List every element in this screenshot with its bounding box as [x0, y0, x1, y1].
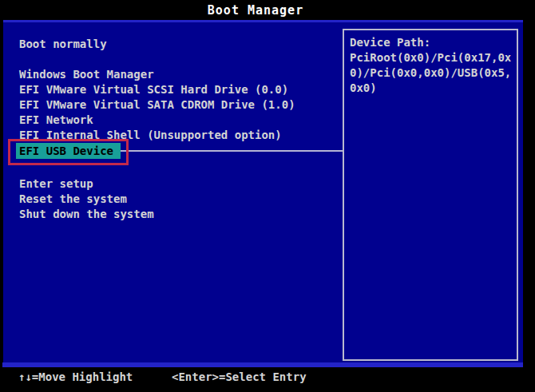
panel-top-edge: [3, 20, 523, 22]
device-path-panel: Device Path: PciRoot(0x0)/Pci(0x17,0x 0)…: [343, 29, 518, 361]
menu-item-efi-sata-cdrom-drive[interactable]: EFI VMware Virtual SATA CDROM Drive (1.0…: [19, 97, 295, 113]
menu-item-shutdown-system[interactable]: Shut down the system: [19, 207, 154, 222]
device-path-heading: Device Path:: [350, 35, 517, 50]
selected-row-line: [121, 150, 343, 152]
page-title: Boot Manager: [0, 3, 511, 19]
boot-manager-screen: Boot Manager Boot normally Windows Boot …: [0, 0, 535, 392]
device-path-line: 0)/Pci(0x0,0x0)/USB(0x5,: [350, 65, 517, 81]
menu-item-efi-network[interactable]: EFI Network: [19, 113, 93, 128]
device-path-line: PciRoot(0x0)/Pci(0x17,0x: [350, 50, 517, 65]
select-entry-hint: <Enter>=Select Entry: [172, 370, 307, 385]
menu-item-windows-boot-manager[interactable]: Windows Boot Manager: [19, 67, 154, 82]
device-path-line: 0x0): [350, 81, 517, 96]
selection-annotation-box: [8, 139, 129, 165]
move-highlight-hint: ↑↓=Move Highlight: [18, 370, 133, 385]
menu-item-reset-system[interactable]: Reset the system: [19, 192, 127, 207]
menu-item-enter-setup[interactable]: Enter setup: [19, 176, 93, 192]
menu-item-efi-scsi-hard-drive[interactable]: EFI VMware Virtual SCSI Hard Drive (0.0): [19, 82, 288, 97]
footer-hint-bar: ↑↓=Move Highlight <Enter>=Select Entry: [0, 367, 535, 392]
menu-item-boot-normally[interactable]: Boot normally: [19, 37, 107, 52]
